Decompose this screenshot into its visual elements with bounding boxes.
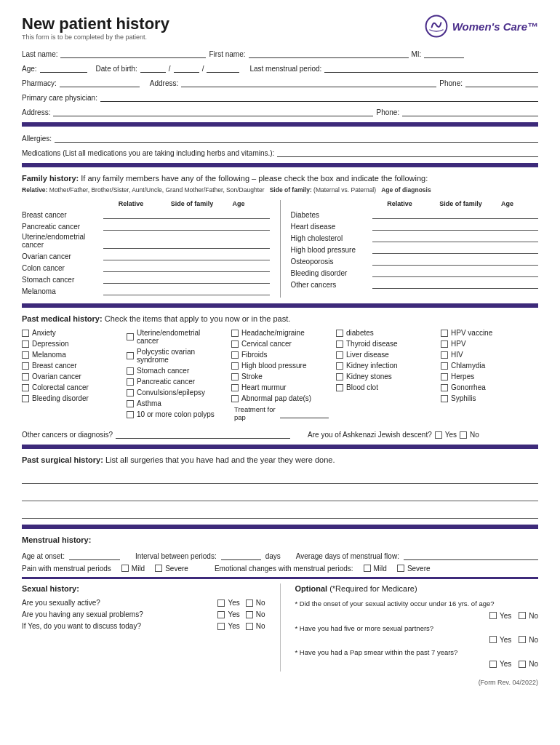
cb-kidney-inf[interactable] <box>336 362 343 370</box>
dob-year[interactable] <box>207 63 239 73</box>
cb-cervical[interactable] <box>231 340 239 348</box>
mi-field[interactable] <box>424 48 464 58</box>
sexual-q2-yes: Yes <box>217 610 239 618</box>
address2-field[interactable] <box>53 106 373 116</box>
cb-depression[interactable] <box>22 340 29 348</box>
cb-sexual-q3-yes[interactable] <box>217 623 225 630</box>
family-row-osteo: Osteoporosis <box>291 256 539 266</box>
pharmacy-row: Pharmacy: Address: Phone: <box>22 77 538 87</box>
pmh-melanoma: Melanoma <box>22 351 119 359</box>
first-name-field[interactable] <box>249 48 409 58</box>
surgery-line-2[interactable] <box>22 488 538 501</box>
cb-hpv-vaccine[interactable] <box>441 330 448 337</box>
cb-liver[interactable] <box>336 351 343 359</box>
family-history-section: Family history: If any family members ha… <box>22 173 538 298</box>
pmh-herpes: Herpes <box>441 372 538 381</box>
cb-hpv[interactable] <box>441 340 448 348</box>
phone-field[interactable] <box>465 77 538 87</box>
cb-heart-murmur[interactable] <box>231 384 239 391</box>
cb-thyroid[interactable] <box>336 340 343 348</box>
cb-ashkenazi-yes[interactable] <box>435 431 442 439</box>
cb-pain-mild[interactable] <box>121 565 129 572</box>
menstrual-title: Menstrual history: <box>22 535 538 546</box>
surgery-line-1[interactable] <box>22 471 538 484</box>
opt-q2-no: No <box>519 636 538 644</box>
other-cancers-field[interactable] <box>116 429 290 439</box>
cb-syphilis[interactable] <box>441 395 448 402</box>
age-field[interactable] <box>40 63 87 73</box>
cb-convulsions[interactable] <box>127 389 134 397</box>
cb-melanoma[interactable] <box>22 351 29 359</box>
cb-stroke[interactable] <box>231 373 239 381</box>
cb-fibroids[interactable] <box>231 351 239 359</box>
cb-diabetes[interactable] <box>336 330 343 337</box>
phone2-field[interactable] <box>402 106 538 116</box>
cb-ovarian[interactable] <box>22 373 29 381</box>
cb-uterine[interactable] <box>127 333 134 340</box>
cb-pap[interactable] <box>231 395 239 402</box>
cb-sexual-q2-no[interactable] <box>246 611 253 618</box>
cb-opt-q3-yes[interactable] <box>489 661 497 668</box>
last-name-field[interactable] <box>60 48 206 58</box>
dob-sep1: / <box>169 65 171 73</box>
cb-opt-q1-no[interactable] <box>519 612 526 619</box>
cb-stomach[interactable] <box>127 367 134 375</box>
menstrual-section: Menstrual history: Age at onset: Interva… <box>22 535 538 573</box>
interval-label: Interval between periods: <box>135 552 217 560</box>
address2-row: Address: Phone: <box>22 106 538 116</box>
cb-headache[interactable] <box>231 330 239 337</box>
emotional-severe-label: Severe <box>407 565 431 573</box>
medications-field[interactable] <box>277 147 538 157</box>
cb-pcos[interactable] <box>127 352 134 359</box>
pmh-syphilis: Syphilis <box>441 394 538 402</box>
dob-sep2: / <box>202 65 204 73</box>
cb-polyps[interactable] <box>127 411 134 418</box>
family-right-col: Relative Side of family Age Diabetes Hea… <box>291 200 539 298</box>
age-onset-field[interactable] <box>69 550 120 560</box>
cb-kidney-stones[interactable] <box>336 373 343 381</box>
cb-opt-q2-yes[interactable] <box>489 636 497 643</box>
dob-day[interactable] <box>174 63 199 73</box>
cb-opt-q3-no[interactable] <box>519 661 526 668</box>
form-title: New patient history <box>22 15 169 33</box>
cb-pain-severe[interactable] <box>155 565 162 572</box>
cb-hbp[interactable] <box>231 362 239 370</box>
family-row-uterine: Uterine/endometrial cancer <box>22 233 270 249</box>
cb-emotional-severe[interactable] <box>397 565 404 572</box>
cb-opt-q2-no[interactable] <box>519 636 526 643</box>
cb-sexual-q1-yes[interactable] <box>217 599 225 607</box>
surgery-line-3[interactable] <box>22 506 538 519</box>
emotional-mild-group: Mild <box>364 565 387 573</box>
cb-herpes[interactable] <box>441 373 448 381</box>
cb-blood-clot[interactable] <box>336 384 343 391</box>
ashkenazi-yes-label: Yes <box>445 431 457 439</box>
allergies-field[interactable] <box>55 132 538 143</box>
pharmacy-field[interactable] <box>60 77 140 87</box>
cb-hiv[interactable] <box>441 351 448 359</box>
cb-colorectal[interactable] <box>22 384 29 391</box>
cb-sexual-q2-yes[interactable] <box>217 611 225 618</box>
avg-days-label: Average days of menstrual flow: <box>296 552 399 560</box>
cb-sexual-q3-no[interactable] <box>246 623 253 630</box>
cb-breast[interactable] <box>22 362 29 370</box>
cb-bleeding[interactable] <box>22 395 29 402</box>
cb-anxiety[interactable] <box>22 330 29 337</box>
pcp-field[interactable] <box>100 92 538 102</box>
address-field[interactable] <box>181 77 436 87</box>
interval-field[interactable] <box>221 550 261 560</box>
lmp-field[interactable] <box>324 63 538 73</box>
age-dob-row: Age: Date of birth: / / Last menstrual p… <box>22 63 538 73</box>
cb-emotional-mild[interactable] <box>364 565 371 572</box>
avg-days-field[interactable] <box>404 550 538 560</box>
dob-month[interactable] <box>140 63 166 73</box>
cb-ashkenazi-no[interactable] <box>460 431 467 439</box>
cb-pancreatic[interactable] <box>127 378 134 386</box>
cb-gonorrhea[interactable] <box>441 384 448 391</box>
allergies-label: Allergies: <box>22 135 52 143</box>
cb-chlamydia[interactable] <box>441 362 448 370</box>
cb-asthma[interactable] <box>127 400 134 407</box>
cb-sexual-q1-no[interactable] <box>246 599 253 607</box>
cb-opt-q1-yes[interactable] <box>489 612 497 619</box>
pmh-kidney-stones: Kidney stones <box>336 372 433 381</box>
treatment-pap-field[interactable] <box>280 408 329 418</box>
